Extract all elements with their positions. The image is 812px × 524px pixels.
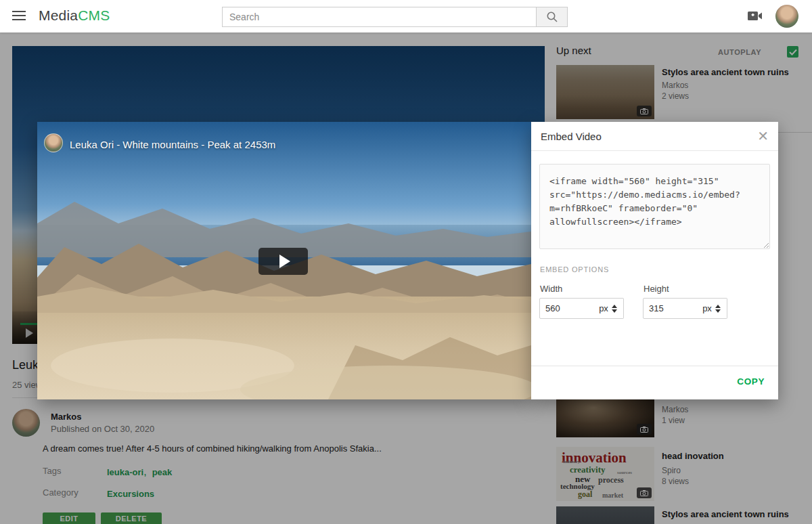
modal-header: Embed Video ✕ bbox=[531, 122, 778, 151]
logo-media: Media bbox=[39, 7, 78, 23]
play-icon bbox=[279, 255, 290, 268]
page: MediaCMS Leuka Ori - Whi bbox=[0, 0, 812, 524]
embed-preview-player: Leuka Ori - White mountains - Peak at 24… bbox=[37, 122, 531, 399]
width-label: Width bbox=[540, 284, 562, 294]
upload-media-button[interactable] bbox=[747, 9, 763, 23]
menu-icon[interactable] bbox=[12, 11, 26, 21]
stepper-icon bbox=[715, 305, 721, 313]
modal-title: Embed Video bbox=[541, 131, 602, 142]
close-icon[interactable]: ✕ bbox=[757, 129, 769, 144]
embed-options-label: EMBED OPTIONS bbox=[540, 265, 609, 274]
preview-author-avatar[interactable] bbox=[44, 133, 63, 152]
width-unit-select[interactable]: px bbox=[593, 298, 624, 319]
video-camera-add-icon bbox=[747, 9, 763, 23]
copy-button[interactable]: COPY bbox=[737, 376, 765, 387]
preview-video-title[interactable]: Leuka Ori - White mountains - Peak at 24… bbox=[70, 139, 275, 150]
logo-cms: CMS bbox=[78, 7, 110, 23]
navbar: MediaCMS bbox=[0, 0, 812, 32]
height-unit-select[interactable]: px bbox=[696, 298, 727, 319]
search-icon bbox=[546, 11, 558, 23]
height-input[interactable] bbox=[643, 298, 697, 319]
height-label: Height bbox=[644, 284, 669, 294]
stepper-icon bbox=[612, 305, 617, 313]
embed-code-textarea[interactable]: <iframe width="560" height="315" src="ht… bbox=[539, 164, 770, 249]
height-unit-value: px bbox=[702, 303, 712, 313]
embed-video-modal: Embed Video ✕ <iframe width="560" height… bbox=[531, 122, 778, 399]
search-bar bbox=[222, 7, 568, 27]
search-button[interactable] bbox=[536, 7, 568, 27]
width-unit-value: px bbox=[599, 303, 608, 313]
logo[interactable]: MediaCMS bbox=[39, 7, 110, 24]
modal-footer: COPY bbox=[531, 366, 778, 399]
user-avatar[interactable] bbox=[775, 5, 798, 28]
search-input[interactable] bbox=[222, 7, 536, 27]
preview-play-button[interactable] bbox=[258, 248, 308, 275]
width-input[interactable] bbox=[539, 298, 593, 319]
